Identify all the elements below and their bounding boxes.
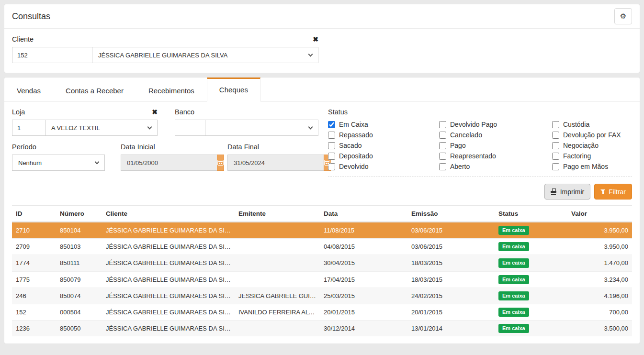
status-checkbox-label: Sacado	[339, 142, 362, 149]
tab[interactable]: Recebimentos	[136, 78, 207, 101]
cliente-select[interactable]: JÉSSICA GABRIELLE GUIMARAES DA SILVA	[92, 47, 318, 63]
table-column-header[interactable]: Valor	[567, 206, 632, 222]
tab[interactable]: Cheques	[207, 78, 260, 101]
status-checkbox-item[interactable]: Custódia	[552, 119, 632, 130]
cell-emissao: 18/03/2015	[407, 255, 495, 271]
status-checkbox[interactable]	[439, 142, 446, 149]
status-checkbox-label: Custódia	[563, 121, 589, 128]
tab[interactable]: Contas a Receber	[53, 78, 136, 101]
status-checkbox-item[interactable]: Cancelado	[439, 130, 552, 140]
status-checkbox-label: Reapresentado	[450, 152, 496, 160]
cell-id: 2710	[12, 222, 56, 239]
status-checkbox-item[interactable]: Factoring	[552, 151, 632, 161]
cell-status: Em caixa	[495, 271, 567, 288]
status-checkbox[interactable]	[328, 121, 335, 128]
settings-button[interactable]: ⚙	[614, 8, 632, 24]
cliente-code-input[interactable]	[12, 47, 92, 63]
tab[interactable]: Vendas	[4, 78, 53, 101]
cliente-clear-icon[interactable]: ✖	[313, 36, 318, 43]
status-checkbox-label: Devolvido	[339, 163, 368, 170]
cell-data: 20/01/2015	[320, 304, 407, 320]
loja-clear-icon[interactable]: ✖	[152, 109, 158, 115]
table-column-header[interactable]: Data	[320, 206, 407, 222]
status-checkbox-item[interactable]: Pago em Mãos	[552, 161, 632, 172]
cell-data: 11/08/2015	[320, 222, 407, 239]
printer-icon	[551, 189, 557, 195]
cell-cliente: JÉSSICA GABRIELLE GUIMARAES DA SILVA	[102, 255, 235, 271]
status-checkbox-label: Devolução por FAX	[563, 131, 621, 139]
loja-code-input[interactable]	[12, 120, 45, 136]
imprimir-button-label: Imprimir	[560, 188, 585, 196]
status-checkbox[interactable]	[552, 132, 559, 139]
status-checkbox[interactable]	[552, 142, 559, 149]
status-checkbox[interactable]	[439, 163, 446, 170]
data-inicial-input[interactable]	[121, 155, 217, 171]
imprimir-button[interactable]: Imprimir	[544, 184, 591, 200]
loja-select[interactable]: A VELOZ TEXTIL	[45, 120, 158, 136]
cell-status: Em caixa	[495, 255, 567, 271]
status-checkbox-item[interactable]: Devolução por FAX	[552, 130, 632, 140]
cell-numero: 850079	[56, 271, 102, 288]
status-checkbox-item[interactable]: Reapresentado	[439, 151, 552, 161]
table-row[interactable]: 1774 850111 JÉSSICA GABRIELLE GUIMARAES …	[12, 255, 632, 271]
table-row[interactable]: 246 850074 JÉSSICA GABRIELLE GUIMARAES D…	[12, 288, 632, 304]
status-checkbox-item[interactable]: Devolvido Pago	[439, 119, 552, 130]
status-checkbox-item[interactable]: Pago	[439, 140, 552, 151]
table-row[interactable]: 152 000504 JÉSSICA GABRIELLE GUIMARAES D…	[12, 304, 632, 320]
status-checkbox[interactable]	[328, 142, 335, 149]
table-column-header[interactable]: Número	[56, 206, 102, 222]
status-checkbox[interactable]	[439, 153, 446, 160]
cell-cliente: JÉSSICA GABRIELLE GUIMARAES DA SILVA	[102, 239, 235, 255]
status-checkbox-label: Devolvido Pago	[450, 121, 497, 128]
table-column-header[interactable]: Cliente	[102, 206, 235, 222]
cell-numero: 850104	[56, 222, 102, 239]
table-row[interactable]: 1236 850050 JÉSSICA GABRIELLE GUIMARAES …	[12, 321, 632, 337]
cell-emitente	[235, 255, 320, 271]
status-checkbox-item[interactable]: Devolvido	[328, 161, 439, 172]
cell-emitente	[235, 239, 320, 255]
data-inicial-calendar-button[interactable]	[217, 155, 224, 171]
table-row[interactable]: 1775 850079 JÉSSICA GABRIELLE GUIMARAES …	[12, 271, 632, 288]
periodo-select-value: Nenhum	[18, 159, 42, 166]
main-panel: Vendas Contas a Receber Recebimentos Che…	[4, 77, 640, 344]
cell-status: Em caixa	[495, 288, 567, 304]
periodo-label: Período	[12, 143, 36, 151]
status-checkbox-item[interactable]: Repassado	[328, 130, 439, 140]
status-checkbox[interactable]	[328, 153, 335, 160]
table-row[interactable]: 2710 850104 JÉSSICA GABRIELLE GUIMARAES …	[12, 222, 632, 239]
status-checkbox-item[interactable]: Negociação	[552, 140, 632, 151]
cell-cliente: JÉSSICA GABRIELLE GUIMARAES DA SILVA	[102, 288, 235, 304]
periodo-select[interactable]: Nenhum	[12, 155, 105, 171]
status-checkbox[interactable]	[439, 132, 446, 139]
table-column-header[interactable]: Status	[495, 206, 567, 222]
periodo-field-group: Período Nenhum	[12, 143, 105, 171]
cell-cliente: JÉSSICA GABRIELLE GUIMARAES DA SILVA	[102, 271, 235, 288]
banco-field-group: Banco	[175, 108, 318, 136]
cell-id: 1236	[12, 321, 56, 337]
status-checkbox[interactable]	[552, 153, 559, 160]
table-column-header[interactable]: Emissão	[407, 206, 495, 222]
status-checkbox[interactable]	[552, 121, 559, 128]
banco-select[interactable]	[205, 120, 318, 136]
data-inicial-label: Data Inicial	[121, 143, 155, 151]
table-row[interactable]: 2709 850103 JÉSSICA GABRIELLE GUIMARAES …	[12, 239, 632, 255]
filtrar-button[interactable]: Filtrar	[594, 184, 632, 200]
cell-status: Em caixa	[495, 321, 567, 337]
cell-cliente: JÉSSICA GABRIELLE GUIMARAES DA SILVA	[102, 321, 235, 337]
status-checkbox-item[interactable]: Depositado	[328, 151, 439, 161]
banco-code-input[interactable]	[175, 120, 205, 136]
cell-valor: 3.234,00	[567, 271, 632, 288]
status-checkbox-item[interactable]: Em Caixa	[328, 119, 439, 130]
status-checkbox[interactable]	[439, 121, 446, 128]
status-checkbox[interactable]	[328, 132, 335, 139]
cell-data: 30/04/2015	[320, 255, 407, 271]
table-column-header[interactable]: Emitente	[235, 206, 320, 222]
table-header-row: ID Número Cliente Emitente Data Emissão …	[12, 206, 632, 222]
consultas-panel: Consultas ⚙ Cliente ✖ JÉSSICA GABRIELLE …	[4, 4, 640, 73]
data-final-field-group: Data Final	[227, 143, 318, 171]
status-checkbox[interactable]	[552, 163, 559, 170]
status-checkbox-item[interactable]: Sacado	[328, 140, 439, 151]
status-checkbox-item[interactable]: Aberto	[439, 161, 552, 172]
data-final-input[interactable]	[227, 155, 324, 171]
table-column-header[interactable]: ID	[12, 206, 56, 222]
